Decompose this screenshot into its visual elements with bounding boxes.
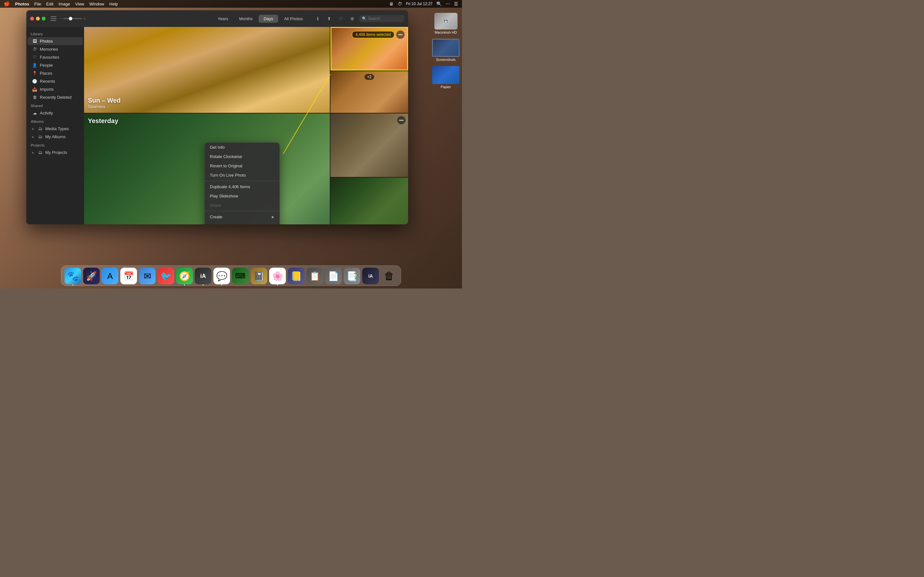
projects-section-label: Projects xyxy=(26,141,84,148)
zoom-in-icon[interactable]: + xyxy=(83,17,86,21)
sidebar-item-people[interactable]: 👤 People xyxy=(27,61,83,69)
dock-kvim[interactable]: ⌨ xyxy=(232,268,249,284)
more-button-top[interactable]: ••• xyxy=(396,31,405,39)
ctx-revert-to-original[interactable]: Revert to Original xyxy=(205,161,279,171)
dock-notebooks[interactable]: 📓 xyxy=(250,268,267,284)
dock-launchpad[interactable]: 🚀 xyxy=(83,268,100,284)
dock-scripts2[interactable]: 📄 xyxy=(325,268,342,284)
ctx-add-to[interactable]: Add to ▶ xyxy=(205,221,279,224)
sidebar-item-photos[interactable]: 🖼 Photos xyxy=(27,37,83,45)
ctx-get-info[interactable]: Get Info xyxy=(205,143,279,152)
tab-all-photos[interactable]: All Photos xyxy=(279,15,308,23)
edit-menu[interactable]: Edit xyxy=(46,2,53,6)
photo-main-sun-wed[interactable]: Sun – Wed Swansea xyxy=(84,27,330,113)
photo-thumb-food-bottom[interactable]: +2 Delete 4,406 Items xyxy=(330,71,408,113)
sidebar-item-recently-deleted[interactable]: 🗑 Recently Deleted xyxy=(27,93,83,101)
search-icon[interactable]: 🔍 xyxy=(436,1,442,6)
dock-scripts[interactable]: 📋 xyxy=(306,268,323,284)
macintosh-hd-icon[interactable]: 💾 Macintosh HD xyxy=(432,13,459,34)
tab-days[interactable]: Days xyxy=(258,15,278,23)
dock-tweetbot[interactable]: 🐦 xyxy=(158,268,174,284)
dock-mail[interactable]: ✉ xyxy=(139,268,156,284)
ctx-duplicate[interactable]: Duplicate 4,406 Items xyxy=(205,182,279,191)
sidebar-item-recents[interactable]: 🕐 Recents xyxy=(27,77,83,85)
image-menu[interactable]: Image xyxy=(58,2,70,6)
add-button[interactable]: ⊕ xyxy=(348,14,357,23)
time-machine-icon[interactable]: ⏱ xyxy=(397,1,402,6)
albums-section-label: Albums xyxy=(26,117,84,125)
notebooks-icon: 📓 xyxy=(254,271,265,282)
ctx-live-photo-label: Turn On Live Photo xyxy=(210,173,246,177)
more-icon[interactable]: ⋯ xyxy=(446,1,450,6)
sidebar-icon[interactable]: ☰ xyxy=(454,1,458,6)
more-button-bottom[interactable]: ••• xyxy=(397,116,405,124)
ctx-turn-on-live-photo[interactable]: Turn On Live Photo xyxy=(205,171,279,180)
dock-notebooks2[interactable]: 📒 xyxy=(288,268,304,284)
minimize-button[interactable] xyxy=(36,17,40,21)
trash-icon: 🗑 xyxy=(384,270,394,282)
photo-thumb-plate[interactable]: ••• xyxy=(330,113,408,177)
photos-dock-icon: 🌸 xyxy=(272,271,283,282)
recently-deleted-icon: 🗑 xyxy=(32,95,37,100)
apple-menu[interactable]: 🍎 xyxy=(4,1,10,7)
window-menu[interactable]: Window xyxy=(89,2,104,6)
sidebar-item-my-projects[interactable]: ▶ 🗂 My Projects xyxy=(27,148,83,156)
slack-icon: 💬 xyxy=(216,271,228,282)
nav-tabs: Years Months Days All Photos xyxy=(212,15,308,23)
dock-safari[interactable]: 🧭 xyxy=(176,268,193,284)
yesterday-label: Yesterday xyxy=(88,117,118,125)
dock-finder[interactable]: 🐾 xyxy=(65,268,81,284)
sidebar-item-memories[interactable]: ⏱ Memories xyxy=(27,45,83,53)
dock-trash[interactable]: 🗑 xyxy=(381,268,397,284)
file-menu[interactable]: File xyxy=(34,2,41,6)
sidebar-item-imports[interactable]: 📥 Imports xyxy=(27,85,83,93)
ctx-create[interactable]: Create ▶ xyxy=(205,212,279,221)
close-button[interactable] xyxy=(30,17,34,21)
papier-icon[interactable]: Papier xyxy=(432,66,459,89)
dock-calendar[interactable]: 📅 xyxy=(120,268,137,284)
slack-dot xyxy=(221,284,222,285)
activity-icon: ☁ xyxy=(32,111,37,115)
places-icon: 📍 xyxy=(32,71,37,76)
recents-icon: 🕐 xyxy=(32,79,37,84)
sidebar-item-favourites[interactable]: ♡ Favourites xyxy=(27,53,83,61)
sidebar-item-places[interactable]: 📍 Places xyxy=(27,69,83,77)
dock-scripts3[interactable]: 📑 xyxy=(344,268,360,284)
view-menu[interactable]: View xyxy=(75,2,84,6)
dock-ia2[interactable]: iA xyxy=(362,268,379,284)
sidebar-item-my-albums[interactable]: ▶ 🗂 My Albums xyxy=(27,133,83,141)
screenshots-label: Screenshots xyxy=(432,58,459,61)
dock-appstore[interactable]: A xyxy=(102,268,118,284)
photo-thumb-trees[interactable] xyxy=(330,177,408,224)
expand-icon: ▶ xyxy=(32,127,34,131)
scripts2-icon: 📄 xyxy=(328,271,339,282)
tab-years[interactable]: Years xyxy=(212,15,233,23)
dock-ia-writer[interactable]: iA xyxy=(195,268,212,284)
tab-months[interactable]: Months xyxy=(234,15,258,23)
my-projects-icon: 🗂 xyxy=(37,150,43,155)
screenshots-icon[interactable]: Screenshots xyxy=(432,39,459,61)
favorite-button[interactable]: ♡ xyxy=(336,14,345,23)
search-box[interactable]: 🔍 xyxy=(359,15,404,22)
monitor-icon[interactable]: 🖥 xyxy=(389,1,394,6)
share-button[interactable]: ⬆ xyxy=(325,14,334,23)
zoom-slider[interactable] xyxy=(63,18,82,19)
ctx-play-slideshow[interactable]: Play Slideshow xyxy=(205,191,279,201)
zoom-out-icon[interactable]: − xyxy=(60,17,61,21)
ia-dot xyxy=(202,284,204,285)
sidebar-item-activity[interactable]: ☁ Activity xyxy=(27,109,83,117)
sidebar-item-media-types[interactable]: ▶ 🗂 Media Types xyxy=(27,125,83,133)
app-name[interactable]: Photos xyxy=(15,2,29,6)
help-menu[interactable]: Help xyxy=(110,2,118,6)
dock-slack[interactable]: 💬 xyxy=(213,268,230,284)
sidebar-toggle[interactable] xyxy=(51,16,57,21)
maximize-button[interactable] xyxy=(42,17,45,21)
search-input[interactable] xyxy=(368,16,402,21)
menubar-left: 🍎 Photos File Edit Image View Window Hel… xyxy=(4,1,118,7)
info-button[interactable]: ℹ xyxy=(313,14,322,23)
sidebar: Library 🖼 Photos ⏱ Memories ♡ Favourites… xyxy=(26,27,84,224)
photo-thumb-food-top[interactable]: 4,406 items selected ••• xyxy=(330,27,408,71)
dock-photos[interactable]: 🌸 xyxy=(269,268,286,284)
finder-icon: 🐾 xyxy=(67,271,79,282)
ctx-rotate-clockwise[interactable]: Rotate Clockwise xyxy=(205,152,279,161)
